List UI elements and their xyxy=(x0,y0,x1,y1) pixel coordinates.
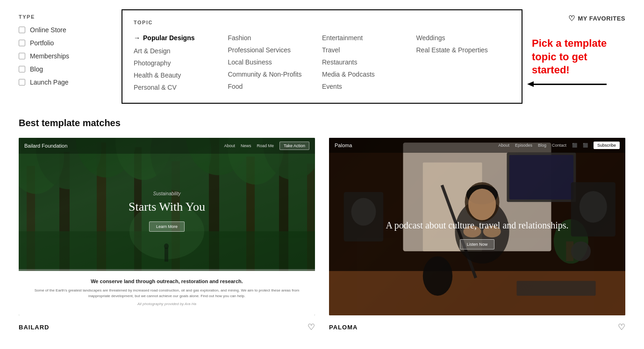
best-matches-heading: Best template matches xyxy=(19,118,625,128)
type-filter-online-store[interactable]: Online Store xyxy=(19,26,122,34)
arrow-row xyxy=(532,84,607,85)
topic-item-local-business[interactable]: Local Business xyxy=(228,56,322,68)
bailard-take-action-btn[interactable]: Take Action xyxy=(279,142,309,150)
topic-item-entertainment[interactable]: Entertainment xyxy=(322,32,416,44)
bailard-bottom-title: We conserve land through outreach, resto… xyxy=(28,278,306,284)
checkbox-portfolio[interactable] xyxy=(19,40,25,46)
paloma-footer: PALOMA ♡ xyxy=(329,315,625,332)
topic-item-fashion[interactable]: Fashion xyxy=(228,32,322,44)
topic-item-real-estate[interactable]: Real Estate & Properties xyxy=(416,44,511,56)
type-filter-launch-page[interactable]: Launch Page xyxy=(19,78,122,86)
checkbox-label-portfolio: Portfolio xyxy=(30,39,54,47)
type-label: TYPE xyxy=(19,14,122,20)
bailard-footer: BAILARD ♡ xyxy=(19,315,315,332)
topic-column-0: Popular DesignsArt & DesignPhotographyHe… xyxy=(134,32,228,93)
heart-icon: ♡ xyxy=(568,14,575,23)
checkbox-blog[interactable] xyxy=(19,66,25,72)
template-card-paloma[interactable]: Paloma About Episodes Blog Contact ⬛ ⬛ S… xyxy=(329,138,625,332)
bailard-nav-news: News xyxy=(241,143,251,148)
paloma-nav-blog: Blog xyxy=(538,143,546,148)
arrow-icon xyxy=(532,84,607,85)
topic-label: TOPIC xyxy=(134,20,510,25)
bailard-photo-credit: All photography provided by Ara Ha xyxy=(28,302,306,306)
paloma-name: PALOMA xyxy=(329,324,358,331)
checkbox-label-launch-page: Launch Page xyxy=(30,78,69,86)
bailard-bottom-section: We conserve land through outreach, resto… xyxy=(19,269,315,315)
paloma-favorite-button[interactable]: ♡ xyxy=(618,322,625,332)
topic-column-1: FashionProfessional ServicesLocal Busine… xyxy=(228,32,322,93)
paloma-nav-icon1: ⬛ xyxy=(572,143,577,148)
topic-column-2: EntertainmentTravelRestaurantsMedia & Po… xyxy=(322,32,416,93)
topic-item-restaurants[interactable]: Restaurants xyxy=(322,56,416,68)
topic-item-professional-services[interactable]: Professional Services xyxy=(228,44,322,56)
paloma-hero-title: A podcast about culture, travel and rela… xyxy=(386,219,568,232)
topic-item-weddings[interactable]: Weddings xyxy=(416,32,511,44)
bailard-learn-more-btn[interactable]: Learn More xyxy=(149,221,185,232)
topic-item-health-beauty[interactable]: Health & Beauty xyxy=(134,69,228,81)
paloma-nav-about: About xyxy=(498,143,509,148)
topic-item-media-podcasts[interactable]: Media & Podcasts xyxy=(322,68,416,80)
topic-item-events[interactable]: Events xyxy=(322,80,416,93)
topic-item-art-design[interactable]: Art & Design xyxy=(134,45,228,57)
paloma-brand: Paloma xyxy=(335,142,352,148)
topic-item-food[interactable]: Food xyxy=(228,80,322,93)
topic-dropdown-panel: TOPIC Popular DesignsArt & DesignPhotogr… xyxy=(122,9,522,104)
topic-item-community-nonprofits[interactable]: Community & Non-Profits xyxy=(228,68,322,80)
favorites-button[interactable]: ♡ MY FAVORITES xyxy=(568,14,625,23)
bailard-nav-read: Road Me xyxy=(257,143,274,148)
bailard-preview: Bailard Foundation About News Road Me Ta… xyxy=(19,138,315,315)
callout-text: Pick a template topic to get started! xyxy=(532,37,625,77)
bailard-name: BAILARD xyxy=(19,324,50,331)
topic-column-3: WeddingsReal Estate & Properties xyxy=(416,32,511,93)
bailard-bottom-text: Some of the Earth's greatest landscapes … xyxy=(28,288,306,299)
paloma-subscribe-btn[interactable]: Subscribe xyxy=(594,142,620,149)
bailard-subtitle: Sustainability xyxy=(153,191,181,196)
topic-item-personal-cv[interactable]: Personal & CV xyxy=(134,81,228,93)
topic-item-photography[interactable]: Photography xyxy=(134,57,228,69)
paloma-preview: Paloma About Episodes Blog Contact ⬛ ⬛ S… xyxy=(329,138,625,315)
favorites-label: MY FAVORITES xyxy=(578,15,625,22)
paloma-nav-icon2: ⬛ xyxy=(583,143,588,148)
templates-grid: Bailard Foundation About News Road Me Ta… xyxy=(19,138,625,332)
checkbox-label-online-store: Online Store xyxy=(30,26,66,34)
type-filter-memberships[interactable]: Memberships xyxy=(19,52,122,60)
type-filter-blog[interactable]: Blog xyxy=(19,65,122,73)
type-filter-panel: TYPE Online Store Portfolio Memberships … xyxy=(19,9,122,104)
bailard-hero-title: Starts With You xyxy=(129,200,205,214)
checkbox-online-store[interactable] xyxy=(19,27,25,33)
checkbox-launch-page[interactable] xyxy=(19,79,25,85)
right-annotation: ♡ MY FAVORITES Pick a template topic to … xyxy=(522,9,625,104)
template-card-bailard[interactable]: Bailard Foundation About News Road Me Ta… xyxy=(19,138,315,332)
bailard-favorite-button[interactable]: ♡ xyxy=(308,322,315,332)
type-filter-portfolio[interactable]: Portfolio xyxy=(19,39,122,47)
checkbox-label-memberships: Memberships xyxy=(30,52,69,60)
bailard-brand: Bailard Foundation xyxy=(24,143,67,149)
paloma-nav-contact: Contact xyxy=(552,143,566,148)
paloma-nav-episodes: Episodes xyxy=(515,143,532,148)
bailard-nav-about: About xyxy=(224,143,235,148)
topic-item-popular-designs[interactable]: Popular Designs xyxy=(134,32,228,44)
paloma-listen-btn[interactable]: Listen Now xyxy=(460,239,495,249)
checkbox-label-blog: Blog xyxy=(30,65,43,73)
checkbox-memberships[interactable] xyxy=(19,53,25,59)
topic-item-travel[interactable]: Travel xyxy=(322,44,416,56)
